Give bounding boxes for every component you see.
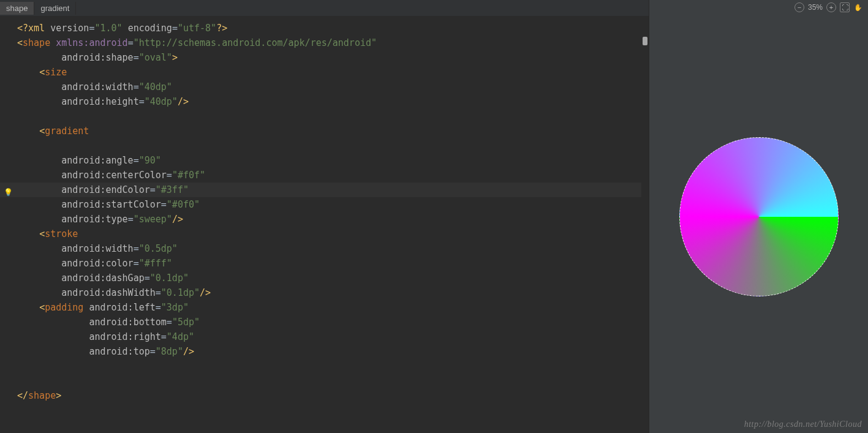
code-area[interactable]: 💡 <?xml version="1.0" encoding="utf-8"?>… xyxy=(0,16,649,433)
shape-preview-oval xyxy=(679,137,839,296)
layout-preview-panel: − 35% + ⛶ ✋ http://blog.csdn.net/YushiCl… xyxy=(649,0,868,433)
code-content: <?xml version="1.0" encoding="utf-8"?> <… xyxy=(17,21,649,403)
breadcrumb-gradient[interactable]: gradient xyxy=(34,2,76,15)
breadcrumb-shape[interactable]: shape xyxy=(0,2,34,15)
zoom-level-label: 35% xyxy=(808,3,823,12)
zoom-in-icon[interactable]: + xyxy=(826,2,836,12)
gutter: 💡 xyxy=(0,21,16,433)
zoom-out-icon[interactable]: − xyxy=(794,2,804,12)
preview-toolbar: − 35% + ⛶ ✋ xyxy=(794,2,863,12)
code-editor-panel: shape gradient 💡 <?xml version="1.0" enc… xyxy=(0,0,649,433)
watermark-text: http://blog.csdn.net/YushiCloud xyxy=(744,420,862,429)
pan-hand-icon[interactable]: ✋ xyxy=(853,2,863,12)
breadcrumb-bar: shape gradient xyxy=(0,0,649,16)
intention-bulb-icon[interactable]: 💡 xyxy=(4,185,13,200)
zoom-fit-icon[interactable]: ⛶ xyxy=(840,2,850,12)
